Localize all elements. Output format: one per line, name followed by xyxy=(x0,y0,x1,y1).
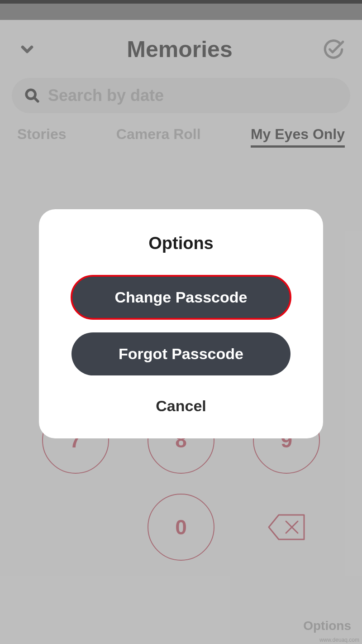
watermark: www.deuaq.com xyxy=(319,637,359,643)
status-bar xyxy=(0,0,362,4)
forgot-passcode-button[interactable]: Forgot Passcode xyxy=(71,332,291,375)
status-bar-sub xyxy=(0,4,362,20)
memories-screen: Memories Stories Camera Roll My Eyes Onl… xyxy=(0,20,362,644)
modal-title: Options xyxy=(148,234,214,253)
cancel-button[interactable]: Cancel xyxy=(156,397,206,415)
options-modal: Options Change Passcode Forgot Passcode … xyxy=(39,209,323,438)
change-passcode-button[interactable]: Change Passcode xyxy=(71,276,291,319)
